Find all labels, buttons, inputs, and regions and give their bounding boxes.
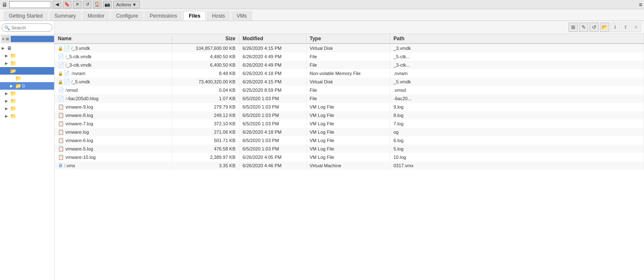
path-cell: 6.log: [390, 136, 644, 145]
modified-cell: 6/26/2020 4:46 PM: [239, 161, 306, 170]
table-row[interactable]: 📄 /_3-ctk.vmdk 6,400.50 KB 6/26/2020 4:4…: [55, 61, 644, 69]
download-btn[interactable]: ⬇: [610, 23, 620, 32]
refresh-files-btn[interactable]: ↺: [589, 23, 599, 32]
table-row[interactable]: 🖥 /.vmx 3.35 KB 6/26/2020 4:46 PM Virtua…: [55, 161, 644, 170]
path-cell: .vmsd: [390, 86, 644, 94]
type-cell: VM Log File: [306, 153, 390, 161]
file-toolbar: ⊞ ✎ ↺ 📂 ⬇ ⬆ ✕: [55, 21, 644, 34]
move-btn[interactable]: ⬆: [621, 23, 630, 32]
stop-btn[interactable]: ✕: [73, 1, 81, 8]
sidebar-path-input[interactable]: [10, 36, 55, 42]
actions-menu[interactable]: Actions ▼: [113, 1, 140, 8]
table-row[interactable]: 📄 /vmsd 0.04 KB 6/25/2020 8:59 PM File .…: [55, 86, 644, 94]
tree-arrow: ▶: [5, 99, 9, 103]
type-cell: VM Log File: [306, 145, 390, 153]
tab-configure[interactable]: Configure: [111, 11, 143, 21]
file-table: Name Size Modified Type Path 🔒📄 /_3.vmdk…: [55, 34, 644, 170]
modified-cell: 6/5/2020 1:03 PM: [239, 145, 306, 153]
type-cell: VM Log File: [306, 111, 390, 119]
tree-folder-icon: 🖥: [7, 45, 12, 51]
modified-cell: 6/25/2020 8:59 PM: [239, 86, 306, 94]
name-cell: 📄 /_5-ctk.vmdk: [55, 52, 172, 61]
tree-item-highlighted[interactable]: ▶ 📁 0: [0, 82, 54, 90]
tab-hosts[interactable]: Hosts: [207, 11, 231, 21]
search-icon: 🔍: [4, 25, 10, 31]
lock-icon: 🔒: [58, 80, 63, 84]
type-cell: Non-volatile Memory File: [306, 69, 390, 78]
tab-vms[interactable]: VMs: [231, 11, 252, 21]
modified-cell: 6/26/2020 4:15 PM: [239, 78, 306, 86]
new-folder-btn[interactable]: ⊞: [569, 23, 578, 32]
tab-permissions[interactable]: Permissions: [144, 11, 182, 21]
delete-btn[interactable]: ✕: [631, 23, 641, 32]
tree-item[interactable]: ▶ 📁: [0, 60, 54, 67]
type-cell: VM Log File: [306, 119, 390, 128]
top-bar-input[interactable]: [9, 1, 51, 8]
table-row[interactable]: 📄 /_5-ctk.vmdk 4,480.50 KB 6/26/2020 4:4…: [55, 52, 644, 61]
col-header-name[interactable]: Name: [55, 34, 172, 44]
table-row[interactable]: 🔒📄 /_5.vmdk 73,400,320.00 KB 6/26/2020 4…: [55, 78, 644, 86]
tree-item[interactable]: ▶ 📁: [0, 105, 54, 112]
table-row[interactable]: 📋 vmware-5.log 476.58 KB 6/5/2020 1:03 P…: [55, 145, 644, 153]
sidebar-expand-btn[interactable]: ⊞: [5, 36, 10, 42]
file-name: vmsd: [67, 88, 78, 93]
col-header-type[interactable]: Type: [306, 34, 390, 44]
file-name: _3-ctk.vmdk: [67, 62, 91, 67]
col-header-size[interactable]: Size: [172, 34, 239, 44]
menu-icon[interactable]: ≡: [639, 1, 642, 8]
table-row[interactable]: 📋 vmware-9.log 279.79 KB 6/5/2020 1:03 P…: [55, 103, 644, 111]
table-row[interactable]: 📋 vmware.log 271.06 KB 6/26/2020 4:18 PM…: [55, 128, 644, 136]
size-cell: 2,389.97 KB: [172, 153, 239, 161]
name-cell: 📋 vmware-7.log: [55, 119, 172, 128]
col-header-path[interactable]: Path: [390, 34, 644, 44]
tab-getting-started[interactable]: Getting Started: [3, 11, 48, 21]
tab-files[interactable]: Files: [183, 11, 205, 21]
tree-item[interactable]: ▶ 📁: [0, 52, 54, 60]
back-btn[interactable]: ◀: [53, 1, 61, 8]
sidebar-search-area: 🔍: [0, 21, 54, 35]
file-name: vmware-5.log: [65, 146, 93, 151]
tree-item-selected[interactable]: 📂: [0, 67, 54, 75]
tab-monitor[interactable]: Monitor: [82, 11, 110, 21]
name-cell: 📋 vmware-8.log: [55, 111, 172, 119]
bookmark-btn[interactable]: 🔖: [63, 1, 71, 8]
move-icon: ⬆: [623, 24, 628, 30]
table-header-row: Name Size Modified Type Path: [55, 34, 644, 44]
tree-item[interactable]: ▶ 📁: [0, 97, 54, 105]
upload-btn[interactable]: 📂: [600, 23, 609, 32]
table-row[interactable]: 🔒📄 /nvram 8.48 KB 6/26/2020 4:18 PM Non-…: [55, 69, 644, 78]
type-cell: VM Log File: [306, 136, 390, 145]
tree-folder-icon: 📁: [15, 83, 21, 89]
file-name: vmware-6.log: [65, 138, 93, 143]
table-row[interactable]: 📋 vmware-10.log 2,389.97 KB 6/26/2020 4:…: [55, 153, 644, 161]
modified-cell: 6/26/2020 4:49 PM: [239, 52, 306, 61]
tree-arrow: ▶: [2, 46, 6, 50]
table-row[interactable]: 📋 vmware-6.log 501.71 KB 6/5/2020 1:03 P…: [55, 136, 644, 145]
vm-icon: 🖥: [58, 163, 63, 169]
tree-item[interactable]: ▶ 📁: [0, 112, 54, 120]
table-row[interactable]: 📋 vmware-7.log 372.10 KB 6/5/2020 1:03 P…: [55, 119, 644, 128]
modified-cell: 6/5/2020 1:03 PM: [239, 94, 306, 103]
upload-icon: 📂: [602, 24, 608, 30]
rename-btn[interactable]: ✎: [579, 23, 588, 32]
col-header-modified[interactable]: Modified: [239, 34, 306, 44]
home-btn[interactable]: 🏠: [93, 1, 101, 8]
modified-cell: 6/5/2020 1:03 PM: [239, 119, 306, 128]
tree-arrow: ▶: [10, 84, 14, 88]
rename-icon: ✎: [582, 24, 586, 30]
refresh-topbar-btn[interactable]: ↺: [83, 1, 91, 8]
tree-item[interactable]: 📁: [0, 75, 54, 82]
screenshot-btn[interactable]: 📷: [103, 1, 112, 8]
type-cell: VM Log File: [306, 128, 390, 136]
table-row[interactable]: 📄 /-6ac205d0.hlog 1.07 KB 6/5/2020 1:03 …: [55, 94, 644, 103]
sidebar-collapse-all-btn[interactable]: ≡: [2, 36, 5, 42]
tree-folder-icon: 📁: [10, 60, 16, 66]
tree-item[interactable]: ▶ 📁: [0, 90, 54, 97]
log-icon: 📋: [58, 137, 64, 143]
size-cell: 271.06 KB: [172, 128, 239, 136]
tree-item[interactable]: ▶ 🖥: [0, 44, 54, 52]
table-row[interactable]: 🔒📄 /_3.vmdk 104,857,600.00 KB 6/26/2020 …: [55, 44, 644, 52]
tab-summary[interactable]: Summary: [49, 11, 81, 21]
modified-cell: 6/5/2020 1:03 PM: [239, 136, 306, 145]
table-row[interactable]: 📋 vmware-8.log 249.12 KB 6/5/2020 1:03 P…: [55, 111, 644, 119]
